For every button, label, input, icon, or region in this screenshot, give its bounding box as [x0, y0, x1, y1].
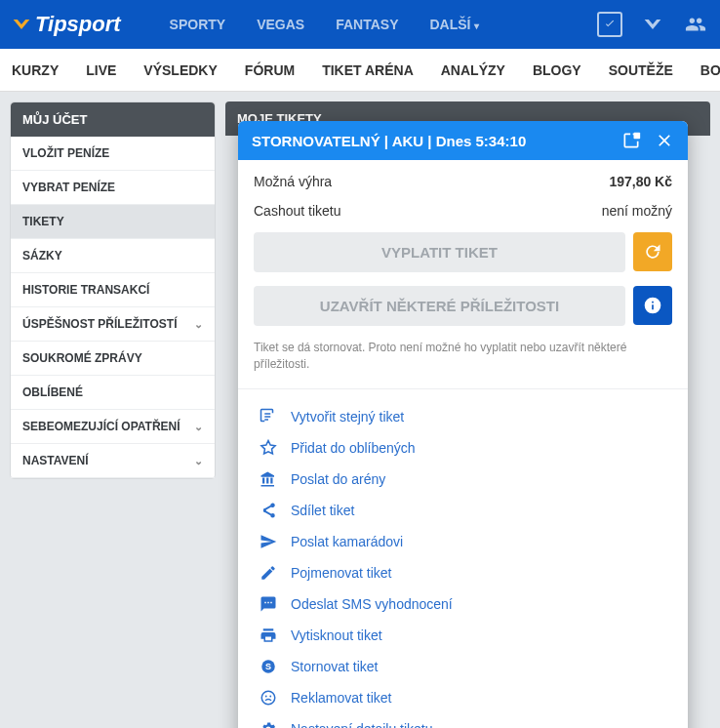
ticket-actions-list: Vytvořit stejný tiketPřidat do oblíbenýc…: [254, 401, 672, 728]
close-icon[interactable]: [655, 131, 674, 150]
ticket-action-print[interactable]: Vytisknout tiket: [254, 620, 672, 651]
svg-text:S: S: [265, 662, 271, 671]
modal-title: STORNOVATELNÝ | AKU | Dnes 5:34:10: [252, 133, 526, 149]
popout-icon[interactable]: [621, 131, 641, 150]
svg-point-4: [261, 691, 275, 705]
modal-note: Tiket se dá stornovat. Proto není možné …: [254, 340, 672, 373]
arena-icon: [260, 470, 277, 488]
ticket-action-create[interactable]: Vytvořit stejný tiket: [254, 401, 672, 432]
action-label: Sdílet tiket: [291, 503, 354, 518]
possible-win-value: 197,80 Kč: [609, 174, 672, 189]
ticket-action-star[interactable]: Přidat do oblíbených: [254, 432, 672, 464]
ticket-action-sms[interactable]: Odeslat SMS vyhodnocení: [254, 588, 672, 620]
action-label: Pojmenovat tiket: [291, 565, 392, 581]
ticket-detail-modal: STORNOVATELNÝ | AKU | Dnes 5:34:10 Možná…: [238, 121, 688, 728]
action-label: Vytvořit stejný tiket: [291, 409, 404, 425]
svg-rect-0: [634, 133, 641, 140]
sms-icon: [260, 595, 277, 613]
svg-point-5: [265, 695, 267, 697]
modal-header: STORNOVATELNÝ | AKU | Dnes 5:34:10: [238, 121, 688, 160]
cashout-row: Cashout tiketu není možný: [254, 203, 672, 219]
ticket-action-share[interactable]: Sdílet tiket: [254, 495, 672, 526]
close-opportunities-button: UZAVŘÍT NĚKTERÉ PŘÍLEŽITOSTI: [254, 286, 625, 326]
star-icon: [260, 439, 277, 457]
settings-icon: [260, 720, 277, 728]
svg-point-6: [269, 695, 271, 697]
divider: [238, 388, 688, 389]
ticket-action-send[interactable]: Poslat kamarádovi: [254, 526, 672, 557]
cashout-value: není možný: [602, 203, 672, 219]
action-label: Poslat kamarádovi: [291, 534, 403, 549]
ticket-action-report[interactable]: Reklamovat tiket: [254, 682, 672, 713]
report-icon: [260, 689, 277, 707]
action-label: Stornovat tiket: [291, 659, 379, 674]
possible-win-row: Možná výhra 197,80 Kč: [254, 174, 672, 189]
possible-win-label: Možná výhra: [254, 174, 332, 189]
action-label: Nastavení detailu tiketu: [291, 721, 433, 728]
cancel-icon: S: [260, 658, 277, 675]
share-icon: [260, 502, 277, 519]
action-label: Přidat do oblíbených: [291, 440, 416, 456]
print-icon: [260, 627, 277, 644]
payout-ticket-button: VYPLATIT TIKET: [254, 232, 625, 272]
create-icon: [260, 408, 277, 425]
info-button[interactable]: [633, 286, 672, 325]
action-label: Poslat do arény: [291, 471, 385, 487]
cashout-label: Cashout tiketu: [254, 203, 341, 219]
send-icon: [260, 533, 277, 550]
ticket-action-cancel[interactable]: SStornovat tiket: [254, 651, 672, 682]
action-label: Vytisknout tiket: [291, 627, 382, 643]
refresh-button[interactable]: [633, 232, 672, 271]
action-label: Reklamovat tiket: [291, 690, 391, 706]
action-label: Odeslat SMS vyhodnocení: [291, 596, 453, 612]
ticket-action-settings[interactable]: Nastavení detailu tiketu: [254, 713, 672, 728]
ticket-action-edit[interactable]: Pojmenovat tiket: [254, 557, 672, 588]
ticket-action-arena[interactable]: Poslat do arény: [254, 464, 672, 495]
edit-icon: [260, 564, 277, 582]
